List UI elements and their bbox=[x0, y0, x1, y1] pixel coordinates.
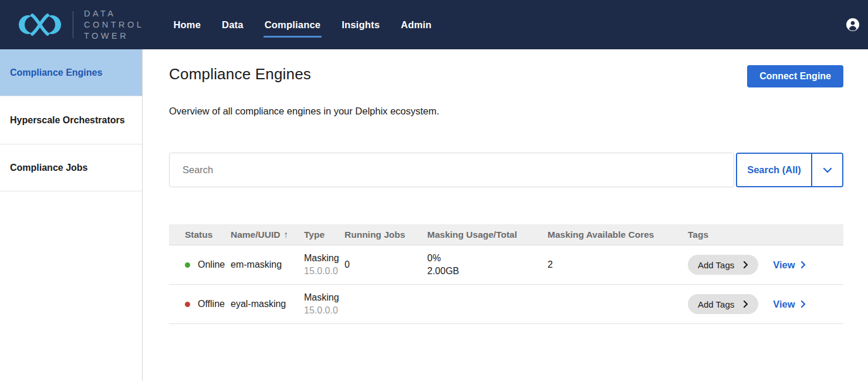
status-text: Offline bbox=[198, 299, 225, 309]
chevron-right-icon bbox=[743, 261, 748, 269]
column-header-tags[interactable]: Tags bbox=[688, 230, 843, 240]
running-jobs-value: 0 bbox=[345, 259, 427, 270]
chevron-right-icon bbox=[743, 300, 748, 308]
logo-divider bbox=[73, 11, 73, 38]
sidebar-item-compliance-jobs[interactable]: Compliance Jobs bbox=[0, 144, 142, 191]
column-header-available-cores[interactable]: Masking Available Cores bbox=[548, 230, 688, 240]
connect-engine-button[interactable]: Connect Engine bbox=[747, 65, 843, 87]
column-header-type[interactable]: Type bbox=[304, 230, 345, 240]
column-header-running-jobs[interactable]: Running Jobs bbox=[345, 230, 427, 240]
add-tags-button[interactable]: Add Tags bbox=[688, 294, 758, 314]
sidebar: Compliance Engines Hyperscale Orchestrat… bbox=[0, 49, 143, 381]
page-title: Compliance Engines bbox=[169, 65, 311, 83]
chevron-right-icon bbox=[801, 261, 806, 269]
add-tags-label: Add Tags bbox=[698, 260, 734, 270]
engine-version: 15.0.0.0 bbox=[304, 265, 345, 278]
page-subtitle: Overview of all compliance engines in yo… bbox=[169, 106, 843, 117]
table-header-row: Status Name/UUID↑ Type Running Jobs Mask… bbox=[169, 224, 843, 245]
nav-item-home[interactable]: Home bbox=[173, 15, 201, 35]
user-avatar-icon bbox=[846, 18, 860, 32]
engine-type: Masking bbox=[304, 291, 345, 304]
engine-type-cell: Masking 15.0.0.0 bbox=[304, 291, 345, 317]
engine-name: eyal-masking bbox=[231, 299, 304, 309]
view-label: View bbox=[773, 259, 795, 271]
nav-item-admin[interactable]: Admin bbox=[401, 15, 431, 35]
search-scope-dropdown-button[interactable] bbox=[812, 154, 842, 186]
sidebar-item-hyperscale-orchestrators[interactable]: Hyperscale Orchestrators bbox=[0, 96, 142, 144]
usage-percent: 0% bbox=[427, 252, 548, 265]
column-header-status[interactable]: Status bbox=[169, 230, 231, 240]
add-tags-button[interactable]: Add Tags bbox=[688, 255, 758, 275]
search-split-button: Search (All) bbox=[736, 153, 843, 187]
status-online-dot bbox=[185, 262, 190, 268]
app-logo[interactable]: DATA CONTROL TOWER bbox=[0, 8, 144, 42]
chevron-down-icon bbox=[823, 167, 832, 173]
view-engine-link[interactable]: View bbox=[773, 259, 805, 271]
engine-type-cell: Masking 15.0.0.0 bbox=[304, 252, 345, 278]
view-label: View bbox=[773, 299, 795, 310]
main-content: Compliance Engines Connect Engine Overvi… bbox=[143, 49, 868, 381]
status-offline-dot bbox=[185, 302, 190, 307]
column-header-label: Name/UUID bbox=[231, 230, 280, 240]
status-text: Online bbox=[198, 259, 225, 270]
table-row: Offline eyal-masking Masking 15.0.0.0 Ad… bbox=[169, 285, 843, 324]
app-wordmark: DATA CONTROL TOWER bbox=[84, 8, 144, 42]
search-input[interactable] bbox=[169, 153, 734, 187]
column-header-name-uuid[interactable]: Name/UUID↑ bbox=[231, 230, 304, 240]
add-tags-label: Add Tags bbox=[698, 299, 734, 309]
engine-type: Masking bbox=[304, 252, 345, 265]
table-row: Online em-masking Masking 15.0.0.0 0 0% … bbox=[169, 245, 843, 285]
nav-item-compliance[interactable]: Compliance bbox=[265, 15, 321, 35]
chevron-right-icon bbox=[801, 300, 806, 308]
usage-total: 2.00GB bbox=[427, 265, 548, 278]
main-nav: Home Data Compliance Insights Admin bbox=[173, 15, 431, 35]
sidebar-item-compliance-engines[interactable]: Compliance Engines bbox=[0, 49, 142, 96]
wordmark-line-2: CONTROL bbox=[84, 19, 144, 31]
nav-item-insights[interactable]: Insights bbox=[342, 15, 380, 35]
engine-version: 15.0.0.0 bbox=[304, 304, 345, 317]
account-menu-button[interactable] bbox=[846, 18, 860, 32]
search-bar: Search (All) bbox=[169, 153, 843, 187]
nav-item-data[interactable]: Data bbox=[222, 15, 244, 35]
masking-usage-cell: 0% 2.00GB bbox=[427, 252, 548, 278]
sort-ascending-icon: ↑ bbox=[283, 230, 288, 240]
column-header-masking-usage[interactable]: Masking Usage/Total bbox=[427, 230, 548, 240]
engines-table: Status Name/UUID↑ Type Running Jobs Mask… bbox=[169, 224, 843, 324]
top-navbar: DATA CONTROL TOWER Home Data Compliance … bbox=[0, 0, 868, 49]
wordmark-line-1: DATA bbox=[84, 8, 144, 19]
engine-name: em-masking bbox=[231, 259, 304, 270]
wordmark-line-3: TOWER bbox=[84, 31, 144, 42]
available-cores-value: 2 bbox=[548, 259, 688, 270]
search-all-button[interactable]: Search (All) bbox=[737, 154, 812, 186]
view-engine-link[interactable]: View bbox=[773, 299, 805, 310]
delphix-infinity-icon bbox=[16, 9, 63, 41]
